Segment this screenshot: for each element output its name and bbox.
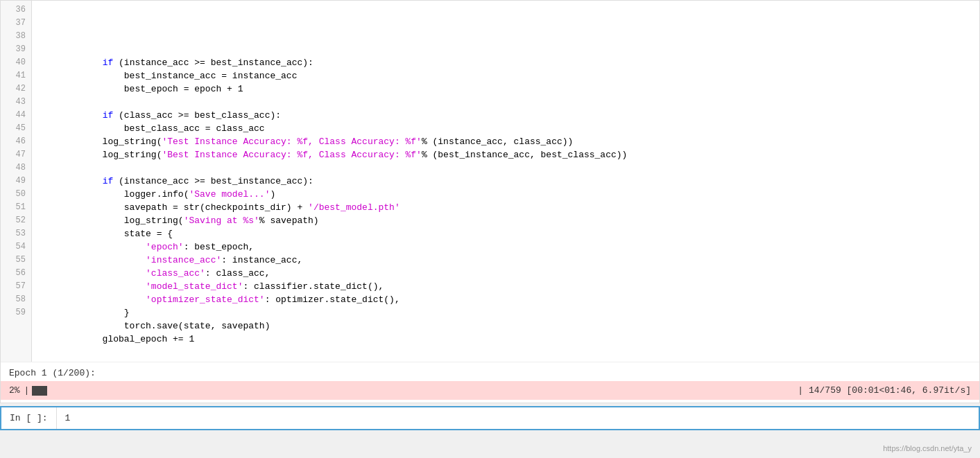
line-number: 59	[6, 306, 26, 319]
code-line: if (instance_acc >= best_instance_acc):	[37, 175, 974, 188]
code-line: 'instance_acc': instance_acc,	[37, 254, 974, 267]
progress-bar: 2% | | 14/759 [00:01<01:46, 6.97it/s]	[1, 381, 979, 400]
code-content: if (instance_acc >= best_instance_acc): …	[32, 1, 979, 362]
code-area: 3637383940414243444546474849505152535455…	[1, 1, 979, 362]
line-number: 42	[6, 82, 26, 96]
progress-stats: | 14/759 [00:01<01:46, 6.97it/s]	[798, 385, 971, 396]
code-line: 'epoch': best_epoch,	[37, 240, 974, 254]
line-number: 56	[6, 267, 26, 280]
line-number: 48	[6, 161, 26, 175]
line-number: 55	[6, 254, 26, 267]
progress-left: 2% |	[9, 385, 47, 396]
code-line: if (class_acc >= best_class_acc):	[37, 109, 974, 122]
line-number: 46	[6, 135, 26, 148]
code-line: 'model_state_dict': classifier.state_dic…	[37, 280, 974, 293]
code-line: log_string('Saving at %s'% savepath)	[37, 214, 974, 227]
output-area: Epoch 1 (1/200): 2% | | 14/759 [00:01<01…	[1, 362, 979, 403]
code-cell: 3637383940414243444546474849505152535455…	[0, 0, 980, 403]
notebook-container: 3637383940414243444546474849505152535455…	[0, 0, 980, 458]
epoch-output: Epoch 1 (1/200):	[1, 365, 979, 381]
line-number: 45	[6, 122, 26, 135]
code-line: }	[37, 306, 974, 319]
cell-label: In [ ]:	[1, 407, 57, 429]
line-number: 58	[6, 293, 26, 306]
input-cell: In [ ]:	[0, 406, 980, 430]
line-number: 50	[6, 188, 26, 201]
cell-input[interactable]	[57, 407, 979, 429]
line-numbers: 3637383940414243444546474849505152535455…	[1, 1, 32, 362]
code-line: best_instance_acc = instance_acc	[37, 69, 974, 82]
progress-pct: 2%	[9, 385, 20, 396]
progress-blocks-icon	[32, 386, 47, 396]
watermark: https://blog.csdn.net/yta_y	[883, 444, 972, 452]
code-line: 'optimizer_state_dict': optimizer.state_…	[37, 293, 974, 306]
line-number: 52	[6, 214, 26, 227]
code-line: global_epoch += 1	[37, 333, 974, 346]
code-line: savepath = str(checkpoints_dir) + '/best…	[37, 201, 974, 214]
code-line: log_string('Best Instance Accuracy: %f, …	[37, 148, 974, 161]
code-line	[37, 161, 974, 175]
code-line: log_string('Test Instance Accuracy: %f, …	[37, 135, 974, 148]
line-number: 36	[6, 3, 26, 17]
line-number: 39	[6, 43, 26, 56]
line-number: 53	[6, 227, 26, 240]
code-line	[37, 43, 974, 56]
line-number: 43	[6, 96, 26, 109]
code-line: if (instance_acc >= best_instance_acc):	[37, 56, 974, 69]
line-number: 38	[6, 30, 26, 43]
line-number: 44	[6, 109, 26, 122]
progress-separator: |	[24, 385, 30, 396]
code-line: torch.save(state, savepath)	[37, 319, 974, 333]
line-number: 37	[6, 17, 26, 30]
code-line: best_epoch = epoch + 1	[37, 82, 974, 96]
code-line	[37, 96, 974, 109]
code-line: logger.info('Save model...')	[37, 188, 974, 201]
line-number: 57	[6, 280, 26, 293]
line-number: 51	[6, 201, 26, 214]
line-number: 40	[6, 56, 26, 69]
code-line	[37, 346, 974, 359]
line-number: 49	[6, 175, 26, 188]
line-number: 54	[6, 240, 26, 254]
line-number: 41	[6, 69, 26, 82]
code-line: 'class_acc': class_acc,	[37, 267, 974, 280]
code-line: state = {	[37, 227, 974, 240]
line-number: 47	[6, 148, 26, 161]
code-line: best_class_acc = class_acc	[37, 122, 974, 135]
